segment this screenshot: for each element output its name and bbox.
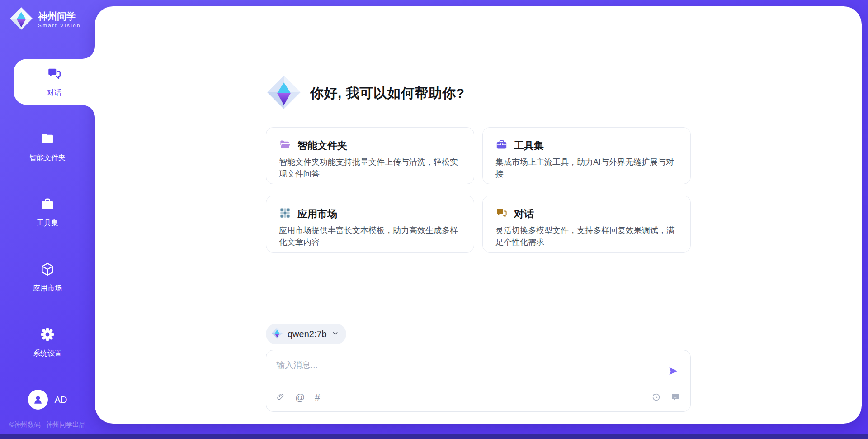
main-panel: 你好, 我可以如何帮助你? 智能文件夹 智能文件夹功能支持批量文件上传与清洗，轻… [95, 6, 862, 424]
card-title: 工具集 [514, 139, 544, 153]
brand-logo: 神州问学 Smart Vision [0, 0, 95, 33]
toolbox-icon [495, 138, 508, 153]
user-profile[interactable]: AD [0, 390, 95, 410]
sidebar-item-label: 应用市场 [33, 284, 62, 293]
sidebar-item-label: 智能文件夹 [29, 153, 66, 163]
brand-diamond-icon [9, 6, 33, 33]
sidebar-bottom: AD ©神州数码 · 神州问学出品 [0, 390, 95, 429]
user-label: AD [55, 395, 67, 405]
card-title: 对话 [514, 207, 534, 221]
copyright-text: ©神州数码 · 神州问学出品 [0, 420, 95, 429]
chat-icon [495, 207, 508, 221]
sidebar: 神州问学 Smart Vision 对话 [0, 0, 95, 434]
history-icon [651, 393, 661, 404]
model-diamond-icon [271, 327, 283, 341]
greeting-block: 你好, 我可以如何帮助你? [266, 74, 691, 112]
send-icon [668, 371, 679, 378]
sidebar-item-label: 系统设置 [33, 349, 62, 358]
at-icon: @ [295, 392, 305, 402]
card-toolset[interactable]: 工具集 集成市场上主流工具，助力AI与外界无缝扩展与对接 [482, 127, 691, 184]
sidebar-item-app-market[interactable]: 应用市场 [0, 254, 95, 301]
card-description: 智能文件夹功能支持批量文件上传与清洗，轻松实现文件问答 [279, 157, 461, 180]
cube-icon [40, 262, 55, 279]
card-app-market[interactable]: 应用市场 应用市场提供丰富长文本模板，助力高效生成多样化文章内容 [266, 196, 474, 253]
message-list-button[interactable] [671, 392, 680, 402]
folder-open-icon [279, 138, 291, 153]
history-button[interactable] [651, 392, 661, 402]
chevron-down-icon [331, 329, 339, 339]
topic-button[interactable]: # [315, 392, 320, 402]
message-input[interactable] [276, 357, 666, 386]
hash-icon: # [315, 392, 320, 402]
card-chat[interactable]: 对话 灵活切换多模型文件，支持多样回复效果调试，满足个性化需求 [482, 196, 691, 253]
message-icon [671, 393, 680, 404]
model-selector[interactable]: qwen2:7b [266, 324, 346, 344]
sidebar-item-toolset[interactable]: 工具集 [0, 189, 95, 235]
card-description: 灵活切换多模型文件，支持多样回复效果调试，满足个性化需求 [495, 225, 678, 248]
send-button[interactable] [666, 364, 680, 378]
message-composer: @ # [266, 350, 691, 412]
bottom-strip [0, 434, 868, 439]
model-name: qwen2:7b [288, 329, 327, 339]
avatar [28, 390, 48, 410]
sidebar-item-settings[interactable]: 系统设置 [0, 320, 95, 366]
mention-button[interactable]: @ [295, 392, 305, 402]
composer-area: qwen2:7b [266, 324, 691, 412]
sidebar-item-chat[interactable]: 对话 [14, 59, 95, 105]
brand-name: 神州问学 [38, 11, 81, 21]
sidebar-item-label: 工具集 [37, 219, 58, 228]
sidebar-item-label: 对话 [47, 88, 61, 98]
chat-icon [47, 66, 62, 83]
folder-icon [40, 131, 55, 148]
feature-cards: 智能文件夹 智能文件夹功能支持批量文件上传与清洗，轻松实现文件问答 [266, 127, 691, 253]
composer-toolbar: @ # [276, 386, 680, 408]
assistant-diamond-icon [266, 74, 302, 112]
gear-icon [40, 327, 55, 344]
grid-icon [279, 207, 291, 221]
sidebar-item-smart-folder[interactable]: 智能文件夹 [0, 124, 95, 170]
card-title: 应用市场 [297, 207, 337, 221]
app-window: 神州问学 Smart Vision 对话 [0, 0, 868, 434]
greeting-title: 你好, 我可以如何帮助你? [310, 84, 465, 103]
card-smart-folder[interactable]: 智能文件夹 智能文件夹功能支持批量文件上传与清洗，轻松实现文件问答 [266, 127, 474, 184]
card-title: 智能文件夹 [297, 139, 347, 153]
brand-tagline: Smart Vision [38, 23, 81, 28]
card-description: 集成市场上主流工具，助力AI与外界无缝扩展与对接 [495, 157, 678, 180]
toolbox-icon [40, 196, 55, 214]
sidebar-nav: 对话 智能文件夹 工具集 [0, 59, 95, 366]
card-description: 应用市场提供丰富长文本模板，助力高效生成多样化文章内容 [279, 225, 461, 248]
paperclip-icon [276, 393, 285, 403]
attach-file-button[interactable] [276, 392, 285, 401]
